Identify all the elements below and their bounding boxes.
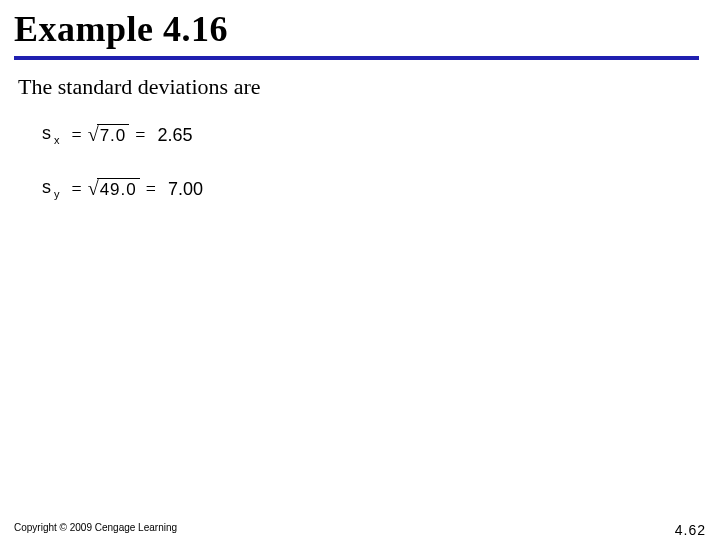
var-subscript: y	[54, 189, 60, 200]
body-text: The standard deviations are	[18, 74, 720, 100]
variable-sx: s x	[42, 124, 60, 142]
equals-sign: =	[72, 180, 82, 198]
var-base: s	[42, 124, 51, 142]
equals-sign: =	[146, 180, 156, 198]
page-title: Example 4.16	[14, 8, 699, 60]
slide: Example 4.16 The standard deviations are…	[0, 8, 720, 540]
equations-block: s x = √ 7.0 = 2.65 s y = √ 49.0 = 7.00	[42, 124, 720, 201]
sqrt-icon: √ 7.0	[88, 124, 130, 146]
copyright-text: Copyright © 2009 Cengage Learning	[14, 522, 177, 538]
var-subscript: x	[54, 135, 60, 146]
equation-result: 7.00	[168, 180, 203, 198]
equation-sx: s x = √ 7.0 = 2.65	[42, 124, 720, 146]
footer: Copyright © 2009 Cengage Learning 4.62	[14, 522, 706, 538]
radicand: 7.0	[97, 124, 130, 146]
equation-sy: s y = √ 49.0 = 7.00	[42, 178, 720, 200]
variable-sy: s y	[42, 178, 60, 196]
sqrt-icon: √ 49.0	[88, 178, 140, 200]
radicand: 49.0	[97, 178, 140, 200]
page-number: 4.62	[675, 522, 706, 538]
equals-sign: =	[135, 126, 145, 144]
equation-result: 2.65	[157, 126, 192, 144]
equals-sign: =	[72, 126, 82, 144]
var-base: s	[42, 178, 51, 196]
